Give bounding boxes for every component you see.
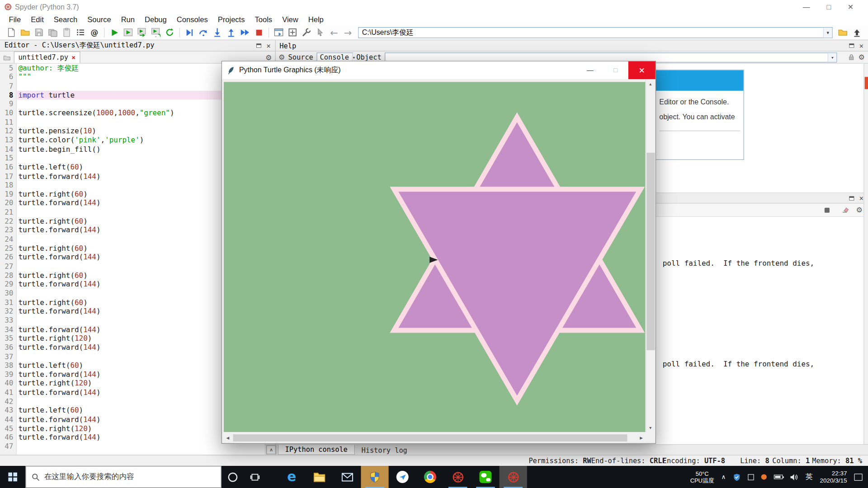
tray-app-icon[interactable] — [761, 474, 767, 479]
menu-file[interactable]: File — [5, 14, 25, 24]
menu-consoles[interactable]: Consoles — [172, 14, 212, 24]
turtle-maximize-button[interactable]: □ — [603, 61, 628, 79]
menu-search[interactable]: Search — [49, 14, 82, 24]
menu-help[interactable]: Help — [304, 14, 328, 24]
turtle-graphics-window[interactable]: Python Turtle Graphics (未响应) — □ ✕ ▲ ▼ ◀… — [222, 61, 656, 444]
object-dropdown-icon[interactable]: ▾ — [828, 53, 837, 62]
menu-edit[interactable]: Edit — [26, 14, 48, 24]
turtle-close-button[interactable]: ✕ — [628, 61, 656, 79]
close-pane-icon[interactable]: × — [859, 42, 864, 50]
undock-pane-icon[interactable] — [849, 195, 854, 201]
debug-file-icon[interactable] — [183, 26, 197, 39]
tab-close-icon[interactable]: × — [71, 53, 75, 61]
undock-pane-icon[interactable] — [256, 42, 262, 48]
tray-shield-icon[interactable] — [733, 473, 741, 481]
taskbar-chrome[interactable] — [416, 466, 444, 488]
action-center-icon[interactable] — [854, 474, 862, 481]
scroll-left-icon[interactable]: ◀ — [224, 434, 232, 442]
taskbar-spyder-active[interactable] — [499, 466, 527, 488]
line-number: 37 — [0, 352, 13, 361]
browse-tabs-icon[interactable] — [3, 54, 10, 61]
menu-run[interactable]: Run — [117, 14, 139, 24]
taskbar-mail[interactable] — [333, 466, 361, 488]
help-gear-icon[interactable]: ⚙ — [858, 53, 864, 61]
undock-pane-icon[interactable] — [849, 42, 854, 48]
clear-console-eraser-icon[interactable] — [842, 206, 849, 214]
maximize-pane-icon[interactable] — [286, 26, 300, 39]
turtle-canvas[interactable] — [224, 82, 646, 432]
editor-tab-untitled7[interactable]: untitled7.py × — [14, 52, 80, 63]
close-pane-icon[interactable]: × — [859, 194, 864, 202]
menu-debug[interactable]: Debug — [140, 14, 171, 24]
parent-directory-icon[interactable] — [850, 26, 864, 39]
app-maximize-button[interactable]: □ — [826, 3, 831, 11]
menu-view[interactable]: View — [278, 14, 302, 24]
open-file-icon[interactable] — [18, 26, 32, 39]
console-options-gear-icon[interactable]: ⚙ — [856, 206, 862, 214]
rerun-cell-icon[interactable] — [149, 26, 163, 39]
paste-icon[interactable] — [60, 26, 74, 39]
scroll-down-icon[interactable]: ▼ — [646, 423, 655, 432]
vertical-scroll-thumb[interactable] — [646, 153, 655, 350]
cortana-button[interactable] — [222, 466, 244, 488]
save-icon[interactable] — [32, 26, 46, 39]
lock-icon[interactable] — [848, 54, 855, 61]
new-file-icon[interactable] — [5, 26, 19, 39]
scroll-right-icon[interactable]: ▶ — [637, 434, 645, 442]
forward-icon[interactable]: → — [341, 26, 355, 39]
battery-icon[interactable] — [774, 475, 783, 479]
taskbar-spyder[interactable] — [444, 466, 472, 488]
step-over-icon[interactable] — [197, 26, 211, 39]
taskbar-edge[interactable]: e — [278, 466, 306, 488]
app-minimize-button[interactable]: — — [803, 3, 810, 11]
taskbar-file-explorer[interactable] — [306, 466, 333, 488]
cpu-temperature[interactable]: 50°C CPU温度 — [690, 470, 714, 483]
interrupt-kernel-icon[interactable] — [824, 206, 830, 213]
turtle-titlebar[interactable]: Python Turtle Graphics (未响应) — □ ✕ — [222, 61, 656, 79]
step-out-icon[interactable] — [224, 26, 238, 39]
console-scrollbar[interactable] — [863, 64, 868, 444]
menu-source[interactable]: Source — [83, 14, 115, 24]
taskbar-qq[interactable] — [389, 466, 416, 488]
tab-history-log[interactable]: History log — [355, 445, 414, 455]
run-selection-icon[interactable] — [163, 26, 177, 39]
back-icon[interactable]: ← — [327, 26, 341, 39]
symbol-finder-icon[interactable]: @ — [87, 26, 101, 39]
continue-icon[interactable] — [238, 26, 252, 39]
run-cell-advance-icon[interactable] — [135, 26, 149, 39]
taskbar-defender[interactable] — [361, 466, 388, 488]
menu-projects[interactable]: Projects — [213, 14, 249, 24]
source-dropdown-icon[interactable]: ▾ — [352, 53, 355, 62]
browse-directory-icon[interactable] — [836, 26, 850, 39]
stop-icon[interactable] — [252, 26, 266, 39]
volume-icon[interactable] — [790, 474, 798, 481]
start-button[interactable] — [0, 466, 25, 488]
address-dropdown-icon[interactable]: ▾ — [823, 28, 832, 38]
run-cell-icon[interactable] — [121, 26, 135, 39]
menu-tools[interactable]: Tools — [250, 14, 277, 24]
horizontal-scroll-thumb[interactable] — [233, 434, 627, 441]
pane-layout-icon[interactable] — [272, 26, 286, 39]
hidden-icons-caret[interactable]: ∧ — [722, 474, 726, 481]
taskbar-wechat[interactable] — [472, 466, 499, 488]
help-options-gear-icon[interactable]: ⚙ — [278, 53, 285, 61]
working-directory-input[interactable] — [359, 28, 823, 36]
turtle-minimize-button[interactable]: — — [577, 61, 603, 79]
app-close-button[interactable]: ✕ — [848, 3, 854, 11]
turtle-horizontal-scrollbar[interactable]: ◀ ▶ — [224, 434, 646, 442]
tools-wrench-icon[interactable] — [299, 26, 313, 39]
save-all-icon[interactable] — [46, 26, 60, 39]
step-into-icon[interactable] — [210, 26, 224, 39]
tray-app-icon[interactable] — [748, 474, 754, 480]
close-pane-icon[interactable]: × — [266, 42, 271, 50]
taskbar-search-box[interactable]: 在这里输入你要搜索的内容 — [25, 466, 221, 488]
file-switcher-icon[interactable] — [74, 26, 88, 39]
tab-ipython-console[interactable]: IPython console — [278, 445, 355, 455]
taskbar-clock[interactable]: 22:37 2020/3/15 — [820, 470, 847, 484]
task-view-button[interactable] — [244, 466, 266, 488]
scroll-up-icon[interactable]: ▲ — [646, 79, 655, 88]
turtle-vertical-scrollbar[interactable]: ▲ ▼ — [646, 79, 655, 432]
cursor-icon[interactable] — [313, 26, 327, 39]
run-file-icon[interactable] — [108, 26, 122, 39]
ime-indicator[interactable]: 英 — [806, 472, 813, 482]
